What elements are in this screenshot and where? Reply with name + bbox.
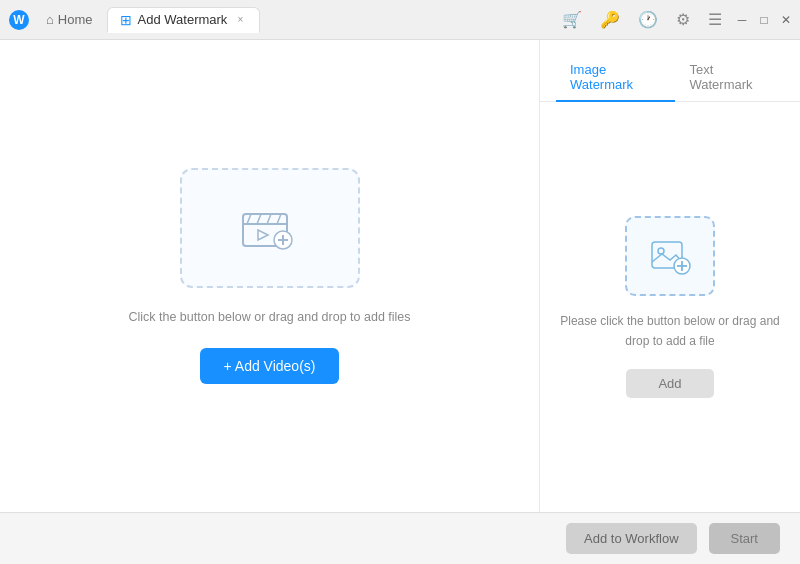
menu-icon[interactable]: ☰ bbox=[704, 8, 726, 31]
video-drop-zone-icon bbox=[235, 200, 305, 255]
svg-text:W: W bbox=[13, 13, 25, 27]
tab-image-watermark[interactable]: Image Watermark bbox=[556, 54, 675, 102]
home-icon: ⌂ bbox=[46, 12, 54, 27]
drop-hint-text: Click the button below or drag and drop … bbox=[128, 308, 410, 327]
right-panel: Image Watermark Text Watermark Please bbox=[540, 40, 800, 512]
right-tab-bar: Image Watermark Text Watermark bbox=[540, 40, 800, 102]
image-watermark-content: Please click the button below or drag an… bbox=[540, 102, 800, 512]
cart-icon[interactable]: 🛒 bbox=[558, 8, 586, 31]
image-drop-hint: Please click the button below or drag an… bbox=[560, 312, 780, 350]
tab-text-watermark[interactable]: Text Watermark bbox=[675, 54, 784, 102]
app-logo: W bbox=[8, 9, 30, 31]
svg-line-4 bbox=[247, 214, 251, 224]
svg-point-13 bbox=[658, 248, 664, 254]
svg-line-6 bbox=[267, 214, 271, 224]
image-drop-zone[interactable] bbox=[625, 216, 715, 296]
window-controls: 🛒 🔑 🕐 ⚙ ☰ ─ □ ✕ bbox=[558, 8, 792, 31]
video-drop-zone[interactable] bbox=[180, 168, 360, 288]
svg-line-7 bbox=[277, 214, 281, 224]
svg-marker-8 bbox=[258, 230, 268, 240]
home-label: Home bbox=[58, 12, 93, 27]
tab-watermark-icon: ⊞ bbox=[120, 12, 132, 28]
bottom-bar: Add to Workflow Start bbox=[0, 512, 800, 564]
maximize-button[interactable]: □ bbox=[758, 14, 770, 26]
left-panel: Click the button below or drag and drop … bbox=[0, 40, 540, 512]
minimize-button[interactable]: ─ bbox=[736, 14, 748, 26]
tab-close-button[interactable]: × bbox=[233, 13, 247, 27]
clock-icon[interactable]: 🕐 bbox=[634, 8, 662, 31]
add-to-workflow-button[interactable]: Add to Workflow bbox=[566, 523, 696, 554]
add-video-button[interactable]: + Add Video(s) bbox=[200, 348, 340, 384]
add-image-button[interactable]: Add bbox=[626, 369, 713, 398]
svg-line-5 bbox=[257, 214, 261, 224]
main-content: Click the button below or drag and drop … bbox=[0, 40, 800, 512]
active-tab: ⊞ Add Watermark × bbox=[107, 7, 261, 33]
tab-label: Add Watermark bbox=[138, 12, 228, 27]
home-nav[interactable]: ⌂ Home bbox=[36, 8, 103, 31]
close-button[interactable]: ✕ bbox=[780, 14, 792, 26]
settings-icon[interactable]: ⚙ bbox=[672, 8, 694, 31]
start-button[interactable]: Start bbox=[709, 523, 780, 554]
title-bar: W ⌂ Home ⊞ Add Watermark × 🛒 🔑 🕐 ⚙ ☰ ─ □… bbox=[0, 0, 800, 40]
key-icon[interactable]: 🔑 bbox=[596, 8, 624, 31]
